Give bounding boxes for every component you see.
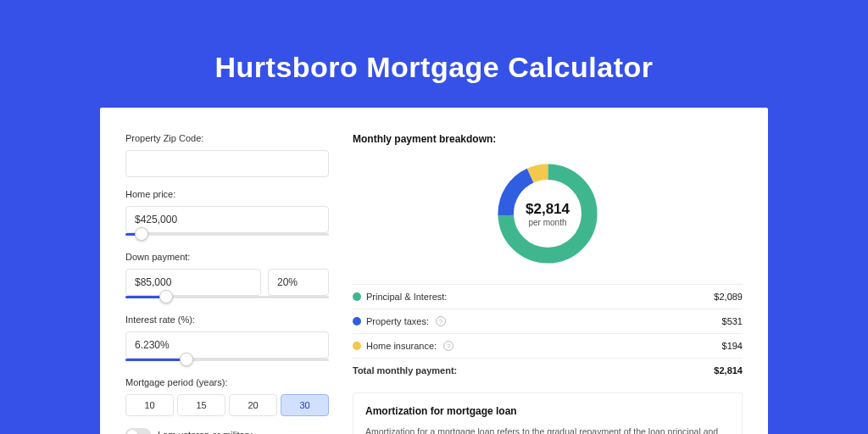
breakdown-title: Monthly payment breakdown: [353, 133, 743, 145]
down-payment-label: Down payment: [125, 252, 329, 262]
period-button-10[interactable]: 10 [125, 394, 174, 416]
home-price-label: Home price: [125, 189, 329, 199]
slider-thumb[interactable] [159, 290, 173, 303]
legend-dot-green [353, 292, 361, 301]
period-button-20[interactable]: 20 [229, 394, 277, 416]
slider-fill [125, 359, 186, 361]
total-value: $2,814 [714, 365, 743, 376]
legend-row-principal: Principal & Interest: $2,089 [353, 284, 743, 309]
home-price-row: Home price: [125, 189, 329, 240]
donut-chart-wrap: $2,814 per month [353, 159, 743, 269]
legend-row-total: Total monthly payment: $2,814 [353, 358, 743, 382]
info-icon[interactable]: ? [443, 341, 453, 351]
zip-label: Property Zip Code: [125, 133, 329, 143]
amortization-title: Amortization for mortgage loan [365, 405, 730, 417]
slider-thumb[interactable] [180, 353, 193, 366]
legend-dot-blue [353, 317, 361, 326]
period-row: Mortgage period (years): 10 15 20 30 [125, 377, 329, 416]
amortization-text: Amortization for a mortgage loan refers … [365, 426, 730, 434]
period-label: Mortgage period (years): [125, 377, 329, 387]
period-buttons: 10 15 20 30 [125, 394, 329, 416]
calculator-card: Property Zip Code: Home price: Down paym… [100, 108, 768, 434]
interest-rate-label: Interest rate (%): [125, 314, 329, 325]
veteran-label: I am veteran or military [158, 430, 253, 434]
legend-value: $2,089 [714, 292, 743, 302]
legend-label: Principal & Interest: [366, 292, 447, 302]
zip-input[interactable] [125, 150, 329, 177]
breakdown-column: Monthly payment breakdown: $2,814 per mo… [353, 133, 743, 434]
down-payment-row: Down payment: [125, 252, 329, 303]
home-price-slider[interactable] [125, 230, 329, 240]
period-button-30[interactable]: 30 [281, 394, 329, 416]
slider-thumb[interactable] [135, 227, 148, 241]
form-column: Property Zip Code: Home price: Down paym… [125, 133, 329, 434]
zip-row: Property Zip Code: [125, 133, 329, 177]
interest-rate-slider[interactable] [125, 355, 329, 365]
page-title: Hurtsboro Mortgage Calculator [0, 0, 868, 108]
legend-value: $531 [722, 316, 743, 326]
total-label: Total monthly payment: [353, 365, 457, 376]
toggle-knob [127, 430, 137, 434]
veteran-toggle[interactable] [125, 428, 151, 434]
legend-dot-yellow [353, 342, 361, 350]
amortization-section: Amortization for mortgage loan Amortizat… [353, 392, 743, 434]
donut-chart: $2,814 per month [492, 159, 603, 269]
legend-value: $194 [722, 341, 743, 351]
donut-sub: per month [528, 218, 566, 227]
donut-center: $2,814 per month [492, 159, 603, 269]
legend-row-taxes: Property taxes: ? $531 [353, 309, 743, 333]
legend-label: Property taxes: [366, 316, 429, 326]
donut-value: $2,814 [526, 201, 570, 218]
legend-row-insurance: Home insurance: ? $194 [353, 333, 743, 358]
interest-rate-row: Interest rate (%): [125, 314, 329, 365]
legend-label: Home insurance: [366, 341, 437, 351]
info-icon[interactable]: ? [436, 316, 446, 326]
period-button-15[interactable]: 15 [177, 394, 225, 416]
slider-track [125, 233, 329, 236]
veteran-row: I am veteran or military [125, 428, 329, 434]
down-payment-slider[interactable] [125, 292, 329, 303]
